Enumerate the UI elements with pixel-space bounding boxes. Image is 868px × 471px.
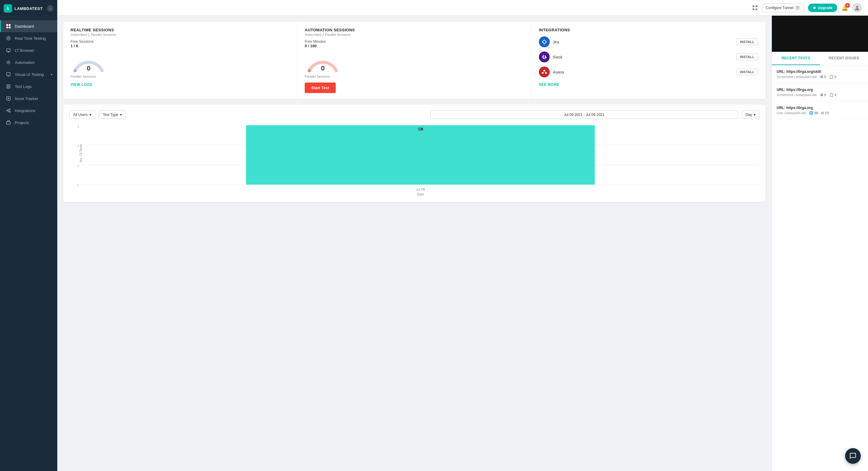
- dashboard-icon: [6, 24, 11, 29]
- notification-badge: 6: [845, 3, 850, 8]
- configure-tunnel-button[interactable]: Configure Tunnel ?: [762, 3, 804, 12]
- automation-subtitle: Subscribed 2 Parallel Sessions: [305, 33, 524, 36]
- sidebar-item-visualui[interactable]: Visual UI Testing ▾: [0, 68, 57, 80]
- sidebar-item-issuetracker[interactable]: Issue Tracker: [0, 93, 57, 104]
- asana-name: Asana: [553, 70, 733, 74]
- svg-rect-27: [752, 8, 754, 10]
- desktop-icon-2: 🖥: [820, 93, 824, 97]
- view-logs-link[interactable]: VIEW LOGS: [70, 82, 93, 87]
- sidebar-header: λ LAMBDATEST ‹: [0, 0, 57, 17]
- all-users-filter[interactable]: All Users ▾: [69, 110, 95, 119]
- sidebar-item-ltbrowser[interactable]: LT Browser: [0, 44, 57, 56]
- y-tick-3: 3: [69, 125, 79, 128]
- asana-install-button[interactable]: INSTALL: [736, 69, 758, 75]
- chat-button[interactable]: [845, 448, 861, 464]
- testlogs-icon: [6, 84, 11, 89]
- svg-point-9: [8, 62, 9, 63]
- os-icon-3: ⊞: [821, 111, 824, 115]
- sidebar-item-integrations[interactable]: Integrations: [0, 104, 57, 116]
- automation-gauge: 0: [305, 51, 341, 72]
- sidebar-item-realtime[interactable]: Real Time Testing: [0, 32, 57, 44]
- sidebar-item-testlogs[interactable]: Test Logs: [0, 80, 57, 93]
- test-meta-2: Screenshot | kobayashi-dai 🖥 0 📋 4: [777, 93, 863, 97]
- sidebar-item-label-ltbrowser: LT Browser: [15, 48, 34, 53]
- visualui-expand-icon: ▾: [51, 73, 53, 76]
- topbar: Configure Tunnel ? ⊕ Upgrade 🔔 6: [57, 0, 868, 16]
- integration-row-jira: Jira INSTALL: [539, 36, 758, 47]
- free-sessions-value: 1 / 6: [70, 44, 290, 48]
- sidebar-nav: Dashboard Real Time Testing LT Browser: [0, 17, 57, 471]
- grid-icon[interactable]: [752, 5, 758, 10]
- asana-icon: [539, 67, 550, 77]
- svg-rect-0: [6, 24, 8, 26]
- test-mobile-stat-2: 📋 4: [829, 93, 836, 97]
- jira-install-button[interactable]: INSTALL: [736, 38, 758, 45]
- test-meta-label-2: Screenshot | kobayashi-dai: [777, 93, 817, 97]
- sidebar-item-label-projects: Projects: [15, 121, 29, 125]
- logo-text: LAMBDATEST: [14, 6, 43, 11]
- test-meta-3: Live | kobayashi-dai 🌐 88 ⊞ 10: [777, 111, 863, 115]
- y-tick-0: 0: [69, 184, 79, 187]
- svg-point-21: [9, 111, 10, 112]
- date-range-filter[interactable]: Jul 09 2021 - Jul 09 2021: [430, 110, 738, 119]
- y-axis-label: No. Of Tests: [79, 144, 83, 162]
- sidebar-item-label-testlogs: Test Logs: [15, 84, 32, 89]
- realtime-parallel-count: 0: [70, 64, 107, 72]
- sidebar-toggle[interactable]: ‹: [47, 5, 54, 12]
- x-axis-label: Date: [82, 193, 760, 196]
- sidebar-item-automation[interactable]: Automation: [0, 56, 57, 68]
- integrations-icon: [6, 108, 11, 113]
- chart-filters: All Users ▾ Test Type ▾ Jul 09 2021 - Ju…: [69, 110, 760, 119]
- sidebar-logo: λ LAMBDATEST: [4, 4, 43, 13]
- realtime-parallel-label: Parallel Sessions: [70, 75, 290, 78]
- ltbrowser-icon: [6, 47, 11, 53]
- test-type-filter[interactable]: Test Type ▾: [99, 110, 126, 119]
- svg-line-23: [8, 111, 9, 111]
- start-test-button[interactable]: Start Test: [305, 82, 336, 93]
- see-more-link[interactable]: SEE MORE: [539, 82, 559, 87]
- period-label: Day: [746, 113, 752, 117]
- desktop-icon-1: 🖥: [820, 75, 824, 79]
- test-url-2: URL: https://0rga.org: [777, 88, 863, 92]
- test-url-3: URL: https://0rga.org: [777, 106, 863, 110]
- chart-area: No. Of Tests 3: [82, 125, 760, 196]
- upgrade-button[interactable]: ⊕ Upgrade: [808, 4, 837, 12]
- svg-rect-28: [755, 8, 757, 10]
- tab-recent-issues[interactable]: RECENT ISSUES: [820, 52, 868, 65]
- sidebar-item-label-visualui: Visual UI Testing: [15, 72, 44, 77]
- all-users-label: All Users: [73, 113, 88, 117]
- sidebar-item-projects[interactable]: Projects: [0, 116, 57, 129]
- right-panel: RECENT TESTS RECENT ISSUES URL: https://…: [772, 16, 868, 471]
- upgrade-label: Upgrade: [818, 6, 832, 10]
- all-users-chevron-icon: ▾: [90, 113, 91, 117]
- sidebar-item-dashboard[interactable]: Dashboard: [0, 20, 57, 32]
- test-meta-1: Screenshot | kobayashi-dai 🖥 5 📋 0: [777, 75, 863, 79]
- chart-svg: 3: [82, 125, 760, 185]
- user-avatar[interactable]: [852, 3, 862, 13]
- integration-row-slack: Slack INSTALL: [539, 52, 758, 62]
- logo-icon: λ: [4, 4, 12, 13]
- period-filter[interactable]: Day ▾: [742, 110, 760, 119]
- svg-rect-25: [752, 5, 754, 7]
- integrations-title: INTEGRATIONS: [539, 28, 758, 32]
- notification-button[interactable]: 🔔 6: [841, 4, 848, 11]
- jira-name: Jira: [553, 40, 733, 44]
- automation-icon: [6, 60, 11, 65]
- slack-install-button[interactable]: INSTALL: [736, 54, 758, 60]
- test-browser-stat-3: 🌐 88: [809, 111, 818, 115]
- x-axis: Jul 09: [82, 187, 760, 191]
- automation-parallel-count: 0: [305, 64, 341, 72]
- tab-recent-tests[interactable]: RECENT TESTS: [772, 52, 820, 65]
- svg-rect-2: [6, 27, 8, 28]
- y-tick-1: 1: [69, 164, 79, 167]
- panel-tabs: RECENT TESTS RECENT ISSUES: [772, 52, 868, 65]
- realtime-icon: [6, 36, 11, 41]
- automation-title: AUTOMATION SESSIONS: [305, 28, 524, 32]
- configure-tunnel-label: Configure Tunnel: [766, 6, 793, 10]
- test-mobile-stat-1: 📋 0: [829, 75, 836, 79]
- period-chevron-icon: ▾: [754, 113, 755, 117]
- mobile-icon-2: 📋: [829, 93, 834, 97]
- automation-sessions-card: AUTOMATION SESSIONS Subscribed 2 Paralle…: [298, 22, 532, 99]
- test-type-label: Test Type: [103, 113, 118, 117]
- sidebar: λ LAMBDATEST ‹ Dashboard Real Time Testi…: [0, 0, 57, 471]
